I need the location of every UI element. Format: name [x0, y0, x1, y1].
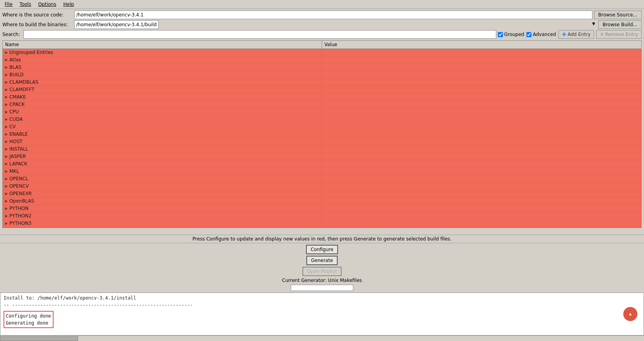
table-row[interactable]: ▶ MKL	[3, 168, 641, 175]
expand-arrow[interactable]: ▶	[5, 58, 8, 62]
console-line-1: Install to: /home/elf/work/opencv-3.4.1/…	[4, 294, 640, 302]
expand-arrow[interactable]: ▶	[5, 110, 8, 114]
tree-cell-value	[322, 183, 641, 190]
generator-input[interactable]	[291, 285, 353, 291]
bottom-scrollbar[interactable]	[0, 336, 644, 341]
table-row[interactable]: ▶ PYTHON	[3, 205, 641, 212]
table-row[interactable]: ▶ OpenBLAS	[3, 197, 641, 205]
tree-cell-value	[322, 131, 641, 138]
table-row[interactable]: ▶ CLAMDFFT	[3, 86, 641, 93]
tree-cell-name: ▶ Ungrouped Entries	[3, 49, 322, 56]
table-row[interactable]: ▶ PYTHON2	[3, 212, 641, 220]
console-highlighted-block: Configuring doneGenerating done	[4, 311, 640, 328]
menu-help[interactable]: Help	[60, 1, 77, 8]
table-row[interactable]: ▶ ENABLE	[3, 131, 641, 138]
grouped-checkbox-label[interactable]: Grouped	[498, 32, 524, 37]
expand-arrow[interactable]: ▶	[5, 125, 8, 129]
expand-arrow[interactable]: ▶	[5, 154, 8, 158]
expand-arrow[interactable]: ▶	[5, 184, 8, 188]
status-bar: Press Configure to update and display ne…	[0, 235, 644, 243]
scrollbar-thumb[interactable]	[0, 336, 78, 341]
tree-cell-name: ▶ BUILD	[3, 71, 322, 78]
table-row[interactable]: ▶ OPENCV	[3, 183, 641, 190]
build-select[interactable]: /home/elf/work/opencv-3.4.1/build	[74, 20, 159, 29]
browse-build-button[interactable]: Browse Build...	[598, 20, 642, 29]
expand-arrow[interactable]: ▶	[5, 199, 8, 203]
output-console: Install to: /home/elf/work/opencv-3.4.1/…	[0, 293, 644, 336]
table-row[interactable]: ▶ CV	[3, 123, 641, 131]
table-row[interactable]: ▶ CMAKE	[3, 93, 641, 101]
tree-cell-name: ▶ CPU	[3, 108, 322, 115]
menu-file[interactable]: File	[2, 1, 16, 8]
table-row[interactable]: ▶ TIFF	[3, 227, 641, 228]
add-entry-button[interactable]: ✚ Add Entry	[558, 30, 594, 39]
bottom-section: Press Configure to update and display ne…	[0, 235, 644, 341]
entries-table: Name Value ▶ Ungrouped Entries ▶ Atlas ▶…	[2, 40, 642, 228]
table-row[interactable]: ▶ INSTALL	[3, 145, 641, 153]
expand-arrow[interactable]: ▶	[5, 162, 8, 166]
tree-cell-name: ▶ LAPACK	[3, 160, 322, 167]
table-row[interactable]: ▶ CUDA	[3, 116, 641, 123]
tree-cell-value	[322, 138, 641, 145]
tree-cell-name: ▶ INSTALL	[3, 145, 322, 153]
tree-cell-name: ▶ CMAKE	[3, 93, 322, 101]
tree-cell-value	[322, 49, 641, 56]
source-row: Where is the source code: Browse Source.…	[2, 11, 642, 19]
expand-arrow[interactable]: ▶	[5, 73, 8, 77]
tree-cell-name: ▶ CPACK	[3, 101, 322, 108]
expand-arrow[interactable]: ▶	[5, 169, 8, 173]
search-options: Grouped Advanced ✚ Add Entry ✕ Remove En…	[498, 30, 642, 39]
table-row[interactable]: ▶ Atlas	[3, 56, 641, 64]
grouped-checkbox[interactable]	[498, 32, 503, 37]
tree-cell-value	[322, 79, 641, 86]
tree-cell-value	[322, 56, 641, 63]
table-row[interactable]: ▶ CPU	[3, 108, 641, 116]
expand-arrow[interactable]: ▶	[5, 50, 8, 54]
tree-cell-value	[322, 153, 641, 160]
configure-button[interactable]: Configure	[306, 245, 338, 254]
browse-source-button[interactable]: Browse Source...	[594, 11, 642, 19]
expand-arrow[interactable]: ▶	[5, 102, 8, 106]
table-row[interactable]: ▶ OPENCL	[3, 175, 641, 183]
expand-arrow[interactable]: ▶	[5, 88, 8, 92]
expand-arrow[interactable]: ▶	[5, 147, 8, 151]
expand-arrow[interactable]: ▶	[5, 140, 8, 144]
expand-arrow[interactable]: ▶	[5, 117, 8, 121]
menu-tools[interactable]: Tools	[16, 1, 34, 8]
search-label: Search:	[2, 32, 22, 37]
open-project-button[interactable]: Open Project	[302, 267, 342, 276]
expand-arrow[interactable]: ▶	[5, 206, 8, 210]
search-input[interactable]	[23, 30, 496, 39]
table-row[interactable]: ▶ PYTHON3	[3, 220, 641, 227]
tree-cell-name: ▶ BLAS	[3, 64, 322, 71]
expand-arrow[interactable]: ▶	[5, 192, 8, 196]
table-row[interactable]: ▶ CPACK	[3, 101, 641, 108]
expand-arrow[interactable]: ▶	[5, 65, 8, 69]
menu-options[interactable]: Options	[35, 1, 59, 8]
expand-arrow[interactable]: ▶	[5, 177, 8, 181]
expand-arrow[interactable]: ▶	[5, 95, 8, 99]
table-row[interactable]: ▶ Ungrouped Entries	[3, 49, 641, 56]
advanced-checkbox[interactable]	[526, 32, 531, 37]
expand-arrow[interactable]: ▶	[5, 80, 8, 84]
remove-entry-button[interactable]: ✕ Remove Entry	[596, 30, 642, 39]
app-window: File Tools Options Help Where is the sou…	[0, 0, 644, 341]
tree-cell-value	[322, 205, 641, 212]
table-row[interactable]: ▶ OPENEXR	[3, 190, 641, 197]
table-row[interactable]: ▶ HOST	[3, 138, 641, 145]
table-row[interactable]: ▶ JASPER	[3, 153, 641, 160]
table-row[interactable]: ▶ CLAMDBLAS	[3, 79, 641, 86]
tree-cell-name: ▶ OPENEXR	[3, 190, 322, 197]
cmake-icon: ▲	[623, 307, 637, 321]
expand-arrow[interactable]: ▶	[5, 132, 8, 136]
tree-cell-name: ▶ HOST	[3, 138, 322, 145]
table-row[interactable]: ▶ LAPACK	[3, 160, 641, 168]
expand-arrow[interactable]: ▶	[5, 221, 8, 225]
table-row[interactable]: ▶ BLAS	[3, 64, 641, 71]
expand-arrow[interactable]: ▶	[5, 214, 8, 218]
table-row[interactable]: ▶ BUILD	[3, 71, 641, 79]
advanced-checkbox-label[interactable]: Advanced	[526, 32, 556, 37]
source-input[interactable]	[74, 11, 592, 19]
generate-button[interactable]: Generate	[306, 256, 338, 265]
tree-cell-value	[322, 175, 641, 182]
